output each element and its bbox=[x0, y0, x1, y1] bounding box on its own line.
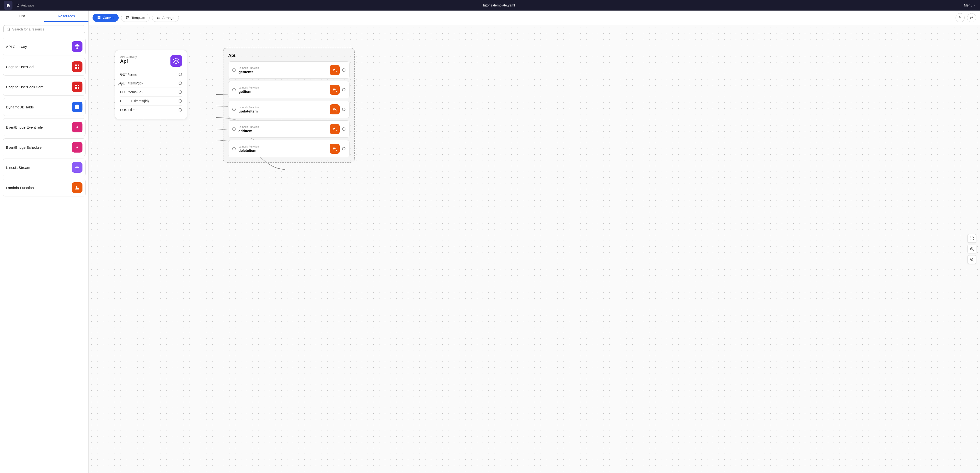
lambda-card-1[interactable]: Lambda Function getItem bbox=[228, 81, 350, 98]
zoom-out-button[interactable] bbox=[967, 255, 976, 264]
eventbridge-schedule-icon bbox=[72, 142, 83, 153]
list-item[interactable]: EventBridge Schedule bbox=[3, 139, 86, 156]
search-icon bbox=[6, 27, 10, 31]
gateway-card-icon bbox=[170, 55, 182, 67]
svg-rect-19 bbox=[157, 17, 158, 18]
lambda-icon-3 bbox=[329, 124, 340, 134]
arrange-icon bbox=[156, 16, 161, 20]
lambda-card-4[interactable]: Lambda Function deleteItem bbox=[228, 140, 350, 157]
resource-list: API Gateway Cognito UserPool Cognito Use… bbox=[0, 36, 89, 473]
api-gateway-node[interactable]: API Gateway Api GET /items bbox=[115, 50, 187, 119]
canvas-controls bbox=[967, 234, 976, 264]
template-icon bbox=[126, 16, 129, 20]
kinesis-icon bbox=[72, 162, 83, 173]
list-item[interactable]: Kinesis Stream bbox=[3, 159, 86, 176]
fullscreen-icon bbox=[970, 236, 974, 240]
svg-point-10 bbox=[76, 147, 78, 148]
canvas-toolbar: Canvas Template Arrange bbox=[89, 11, 980, 25]
svg-rect-2 bbox=[75, 67, 77, 69]
svg-rect-20 bbox=[157, 18, 158, 19]
list-item[interactable]: EventBridge Event rule bbox=[3, 118, 86, 136]
menu-button[interactable]: Menu bbox=[964, 3, 976, 7]
template-button[interactable]: Template bbox=[121, 14, 150, 22]
svg-rect-14 bbox=[99, 18, 100, 19]
lambda-icon-1 bbox=[329, 85, 340, 95]
gateway-name: Api bbox=[120, 59, 137, 64]
zoom-out-icon bbox=[970, 257, 974, 262]
canvas-area: Canvas Template Arrange bbox=[89, 11, 980, 473]
home-button[interactable] bbox=[4, 1, 13, 10]
search-input[interactable] bbox=[12, 27, 82, 31]
route-item-3: DELETE /items/{id} bbox=[120, 97, 182, 105]
lambda-left-connector-1 bbox=[232, 88, 235, 91]
api-group[interactable]: Api Lambda Function getItems bbox=[223, 48, 355, 162]
svg-rect-0 bbox=[75, 65, 77, 66]
svg-rect-11 bbox=[97, 16, 99, 18]
lambda-card-3[interactable]: Lambda Function addItem bbox=[228, 120, 350, 138]
zoom-in-icon bbox=[970, 247, 974, 251]
canvas-viewport[interactable]: API Gateway Api GET /items bbox=[89, 25, 980, 473]
redo-icon bbox=[970, 16, 974, 20]
lambda-right-connector-4 bbox=[342, 147, 345, 150]
fullscreen-button[interactable] bbox=[967, 234, 976, 243]
arrange-button[interactable]: Arrange bbox=[152, 14, 179, 22]
route-connector-4 bbox=[178, 108, 182, 111]
tab-resources[interactable]: Resources bbox=[45, 11, 89, 22]
sidebar: List Resources API Gateway Cognito UserP… bbox=[0, 11, 89, 473]
route-item-0: GET /items bbox=[120, 70, 182, 79]
route-item-2: PUT /items/{id} bbox=[120, 88, 182, 97]
tab-list[interactable]: List bbox=[0, 11, 45, 22]
svg-rect-16 bbox=[126, 17, 127, 19]
lambda-right-connector-2 bbox=[342, 108, 345, 111]
lambda-left-connector-4 bbox=[232, 147, 235, 150]
lambda-icon-2 bbox=[329, 104, 340, 115]
api-group-title: Api bbox=[228, 53, 350, 58]
list-item[interactable]: Cognito UserPoolClient bbox=[3, 78, 86, 96]
list-item[interactable]: Lambda Function bbox=[3, 179, 86, 196]
search-box bbox=[3, 25, 85, 33]
dynamodb-icon bbox=[72, 102, 83, 112]
route-connector-2 bbox=[178, 91, 182, 94]
lambda-card-0[interactable]: Lambda Function getItems bbox=[228, 61, 350, 79]
svg-rect-3 bbox=[78, 67, 80, 69]
lambda-left-connector-0 bbox=[232, 68, 235, 72]
svg-rect-13 bbox=[97, 18, 99, 19]
page-title: tutorial/template.yaml bbox=[34, 3, 964, 7]
lambda-icon-0 bbox=[329, 65, 340, 75]
lambda-icon-4 bbox=[329, 144, 340, 154]
api-gateway-icon bbox=[72, 41, 83, 52]
redo-button[interactable] bbox=[967, 13, 976, 22]
svg-rect-17 bbox=[128, 17, 129, 18]
lambda-icon bbox=[72, 182, 83, 193]
svg-rect-5 bbox=[78, 85, 80, 86]
zoom-in-button[interactable] bbox=[967, 245, 976, 253]
route-item-1: GET /items/{id} bbox=[120, 79, 182, 88]
svg-rect-7 bbox=[78, 87, 80, 89]
svg-point-9 bbox=[76, 126, 78, 128]
lambda-right-connector-0 bbox=[342, 68, 345, 72]
autosave-status: Autosave bbox=[16, 3, 34, 7]
cognito-userpool-icon bbox=[72, 61, 83, 72]
connections-svg bbox=[89, 25, 980, 473]
canvas-button[interactable]: Canvas bbox=[92, 14, 119, 22]
route-connector-3 bbox=[178, 99, 182, 103]
lambda-card-2[interactable]: Lambda Function updateItem bbox=[228, 101, 350, 118]
lambda-right-connector-3 bbox=[342, 127, 345, 131]
svg-rect-4 bbox=[75, 85, 77, 86]
list-item[interactable]: API Gateway bbox=[3, 38, 86, 56]
svg-rect-1 bbox=[78, 65, 80, 66]
svg-rect-6 bbox=[75, 87, 77, 89]
route-connector-1 bbox=[178, 81, 182, 85]
list-item[interactable]: Cognito UserPool bbox=[3, 58, 86, 76]
lambda-left-connector-3 bbox=[232, 127, 235, 131]
svg-rect-18 bbox=[128, 19, 129, 19]
lambda-right-connector-1 bbox=[342, 88, 345, 91]
svg-rect-12 bbox=[99, 16, 100, 18]
undo-button[interactable] bbox=[956, 13, 965, 22]
svg-rect-15 bbox=[126, 16, 129, 17]
route-connector-0 bbox=[178, 73, 182, 76]
eventbridge-rule-icon bbox=[72, 122, 83, 132]
undo-icon bbox=[958, 16, 962, 20]
gateway-type: API Gateway bbox=[120, 55, 137, 59]
list-item[interactable]: DynamoDB Table bbox=[3, 98, 86, 116]
